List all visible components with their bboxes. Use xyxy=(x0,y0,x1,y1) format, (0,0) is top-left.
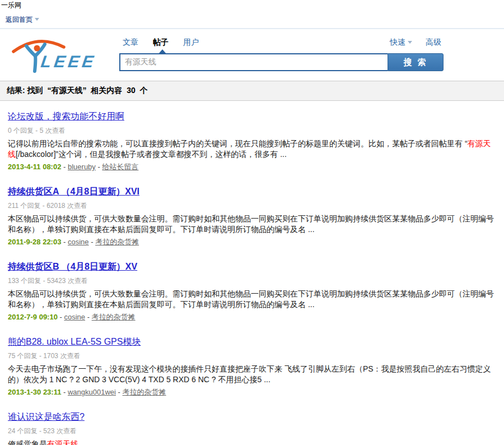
result-meta: 2013-4-11 08:02 - blueruby - 给站长留言 xyxy=(8,162,496,172)
search-scope-tabs: 文章 帖子 用户 xyxy=(123,38,199,48)
quick-search-link[interactable]: 快速 xyxy=(390,38,405,47)
meta-separator: - xyxy=(61,238,68,246)
result-date: 2013-1-30 23:11 xyxy=(8,388,61,396)
top-mini-bar: 一乐网 返回首页 xyxy=(0,0,504,29)
result-stats: 211 个回复 - 62018 次查看 xyxy=(8,201,496,211)
result-author-link[interactable]: cosine xyxy=(68,238,89,246)
result-meta: 2011-9-28 22:03 - cosine - 考拉的杂货摊 xyxy=(8,237,496,247)
meta-separator: - xyxy=(96,163,102,171)
meta-separator: - xyxy=(89,238,96,246)
result-date: 2012-7-9 09:10 xyxy=(8,313,58,321)
logo-figure-left-arm xyxy=(26,46,35,56)
result-author-link[interactable]: wangku001wei xyxy=(68,388,116,396)
tab-articles[interactable]: 文章 xyxy=(123,38,138,48)
result-stats: 75 个回复 - 1703 次查看 xyxy=(8,351,496,361)
results-summary-bar: 结果: 找到 “有源天线” 相关内容 30 个 xyxy=(0,81,504,101)
meta-separator: - xyxy=(61,163,68,171)
yleee-logo[interactable]: LEEE xyxy=(10,35,99,73)
result-snippet: 俺感觉象是有源天线... xyxy=(8,439,496,445)
meta-separator: - xyxy=(58,313,64,321)
result-title-link[interactable]: 熊的B28. ublox LEA-5S GPS模块 xyxy=(8,337,141,346)
result-author-link[interactable]: cosine xyxy=(64,313,85,321)
result-meta: 2013-1-30 23:11 - wangku001wei - 考拉的杂货摊 xyxy=(8,387,496,397)
result-date: 2013-4-11 08:02 xyxy=(8,163,61,171)
tab-posts[interactable]: 帖子 xyxy=(153,38,169,48)
search-input[interactable] xyxy=(119,53,388,71)
result-forum-link[interactable]: 考拉的杂货摊 xyxy=(92,313,136,321)
search-results-list: 论坛改版，搜索功能不好用啊 0 个回复 - 5 次查看 记得以前用论坛自带的搜索… xyxy=(0,101,504,445)
logo-head-dot xyxy=(34,45,40,52)
results-keyword: “有源天线” xyxy=(47,86,86,95)
search-result-item: 持续供货区B （4月8日更新）XV 133 个回复 - 53423 次查看 本区… xyxy=(8,261,496,322)
search-result-item: 谁认识这是啥东西? 24 个回复 - 523 次查看 俺感觉象是有源天线... … xyxy=(8,411,496,445)
result-date: 2011-9-28 22:03 xyxy=(8,238,61,246)
back-home-link[interactable]: 返回首页 xyxy=(6,16,32,24)
advanced-search-link[interactable]: 高级 xyxy=(426,38,441,48)
meta-separator: - xyxy=(85,313,92,321)
result-forum-link[interactable]: 考拉的杂货摊 xyxy=(95,238,139,246)
tab-users[interactable]: 用户 xyxy=(183,38,199,48)
result-snippet: 记得以前用论坛自带的搜索功能，可以直接搜到帖子内的关键词，现在只能搜到帖子的标题… xyxy=(8,138,496,160)
result-snippet: 本区物品可以持续供货，可供大致数量会注明。需订购时如和其他物品一同购买则在下订单… xyxy=(8,289,496,310)
search-button[interactable]: 搜 索 xyxy=(388,53,444,71)
result-title-link[interactable]: 持续供货区B （4月8日更新）XV xyxy=(8,262,137,271)
result-stats: 24 个回复 - 523 次查看 xyxy=(8,427,496,436)
result-author-link[interactable]: blueruby xyxy=(68,163,96,171)
meta-separator: - xyxy=(116,388,123,396)
result-title-link[interactable]: 持续供货区A （4月8日更新）XVI xyxy=(8,187,139,196)
results-middle: 相关内容 xyxy=(91,86,122,95)
search-result-item: 熊的B28. ublox LEA-5S GPS模块 75 个回复 - 1703 … xyxy=(8,336,496,397)
meta-separator: - xyxy=(61,388,68,396)
logo-brand-text: LEEE xyxy=(40,52,97,71)
search-result-item: 持续供货区A （4月8日更新）XVI 211 个回复 - 62018 次查看 本… xyxy=(8,186,496,247)
results-count: 30 xyxy=(127,86,136,95)
chevron-down-icon xyxy=(408,41,412,44)
chevron-down-icon xyxy=(35,18,39,21)
result-snippet: 今天去电子市场跑了一下午，没有发现这个模块的接插件只好直接把座子吹下来 飞线了引… xyxy=(8,364,496,385)
result-snippet: 本区物品可以持续供货，可供大致数量会注明。需订购时如和其他物品一同购买则在下订单… xyxy=(8,214,496,235)
active-tab-pointer-icon xyxy=(158,49,166,54)
results-unit: 个 xyxy=(140,86,148,95)
site-name: 一乐网 xyxy=(0,1,504,10)
result-stats: 0 个回复 - 5 次查看 xyxy=(8,126,496,136)
search-header: LEEE 文章 帖子 用户 快速 高级 搜 索 xyxy=(0,29,504,81)
result-stats: 133 个回复 - 53423 次查看 xyxy=(8,276,496,286)
result-meta: 2012-7-9 09:10 - cosine - 考拉的杂货摊 xyxy=(8,312,496,322)
search-module: 文章 帖子 用户 快速 高级 搜 索 xyxy=(119,35,444,71)
result-forum-link[interactable]: 考拉的杂货摊 xyxy=(123,388,166,396)
result-forum-link[interactable]: 给站长留言 xyxy=(102,163,138,171)
result-title-link[interactable]: 论坛改版，搜索功能不好用啊 xyxy=(8,112,124,121)
results-prefix: 结果: 找到 xyxy=(7,86,43,95)
search-result-item: 论坛改版，搜索功能不好用啊 0 个回复 - 5 次查看 记得以前用论坛自带的搜索… xyxy=(8,111,496,172)
result-title-link[interactable]: 谁认识这是啥东西? xyxy=(8,412,85,421)
